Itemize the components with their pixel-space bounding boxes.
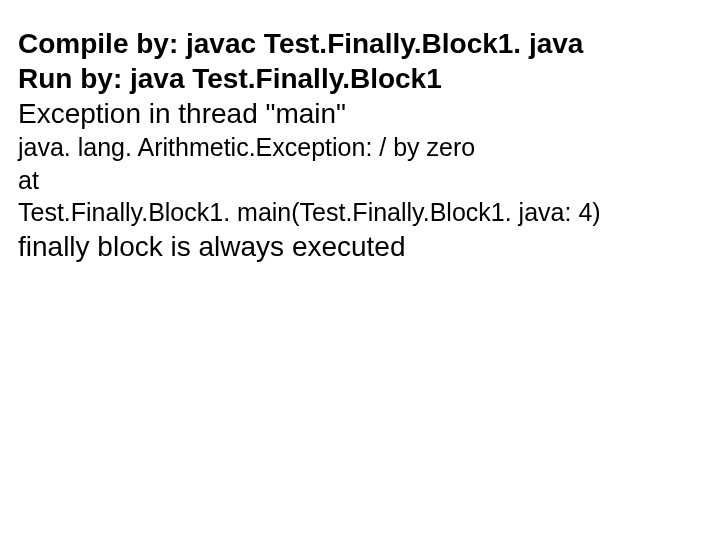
run-value: java Test.Finally.Block1 — [122, 63, 442, 94]
exception-thread-line: Exception in thread "main" — [18, 96, 702, 131]
exception-type-line: java. lang. Arithmetic.Exception: / by z… — [18, 131, 702, 164]
finally-message-line: finally block is always executed — [18, 229, 702, 264]
output-block: Compile by: javac Test.Finally.Block1. j… — [18, 26, 702, 264]
run-line: Run by: java Test.Finally.Block1 — [18, 61, 702, 96]
stack-frame-line: Test.Finally.Block1. main(Test.Finally.B… — [18, 196, 702, 229]
compile-label: Compile by: — [18, 28, 178, 59]
run-label: Run by: — [18, 63, 122, 94]
compile-value: javac Test.Finally.Block1. java — [178, 28, 583, 59]
compile-line: Compile by: javac Test.Finally.Block1. j… — [18, 26, 702, 61]
at-line: at — [18, 164, 702, 197]
